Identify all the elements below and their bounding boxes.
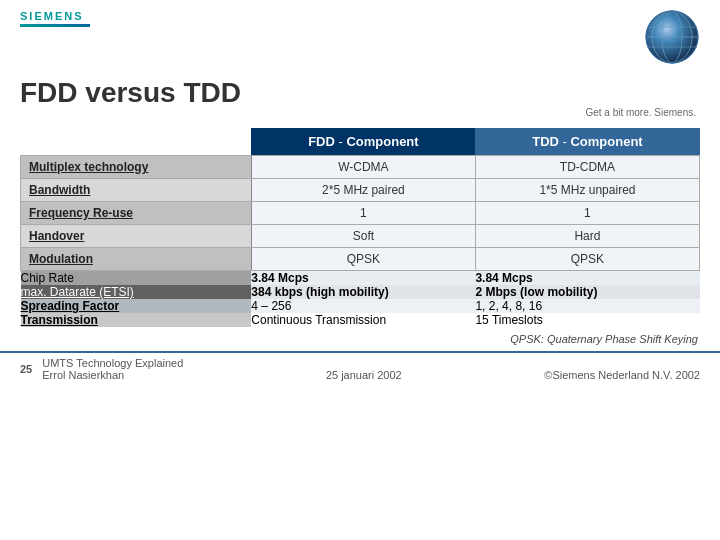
page-footer: 25 UMTS Technology Explained Errol Nasie… [0,351,720,387]
table-row: TransmissionContinuous Transmission15 Ti… [21,313,700,327]
row-label: Multiplex technology [21,156,252,179]
row-tdd-value: 15 Timeslots [475,313,699,327]
table-row: ModulationQPSKQPSK [21,248,700,271]
footer-presenter: Errol Nasierkhan [42,369,183,381]
row-label: Transmission [21,313,252,327]
page-header: SIEMENS [0,0,720,69]
tdd-component: Component [570,134,642,149]
row-fdd-value: 3.84 Mcps [251,271,475,286]
fdd-header: FDD - Component [251,128,475,156]
table-row: max. Datarate (ETSI)384 kbps (high mobil… [21,285,700,299]
row-tdd-value: 2 Mbps (low mobility) [475,285,699,299]
row-fdd-value: 384 kbps (high mobility) [251,285,475,299]
row-fdd-value: Continuous Transmission [251,313,475,327]
tdd-label: TDD [532,134,559,149]
footer-copyright: ©Siemens Nederland N.V. 2002 [544,369,700,381]
table-row: Chip Rate3.84 Mcps3.84 Mcps [21,271,700,286]
footer-titles: UMTS Technology Explained Errol Nasierkh… [42,357,183,381]
row-fdd-value: 1 [251,202,475,225]
row-tdd-value: 1, 2, 4, 8, 16 [475,299,699,313]
footer-date: 25 januari 2002 [326,369,402,381]
row-label: Modulation [21,248,252,271]
siemens-logo: SIEMENS [20,10,90,27]
table-row: HandoverSoftHard [21,225,700,248]
table-header-row: FDD - Component TDD - Component [21,128,700,156]
fdd-dash: - [335,134,347,149]
row-fdd-value: 2*5 MHz paired [251,179,475,202]
page-number: 25 [20,363,32,375]
comparison-table-container: FDD - Component TDD - Component Multiple… [0,122,720,329]
row-label: Spreading Factor [21,299,252,313]
globe-icon [645,10,700,69]
qpsk-note: QPSK: Quaternary Phase Shift Keying [0,329,720,347]
footer-left: 25 UMTS Technology Explained Errol Nasie… [20,357,183,381]
row-tdd-value: 1 [475,202,699,225]
tdd-dash: - [559,134,571,149]
logo-bar [20,24,90,27]
footer-presentation-title: UMTS Technology Explained [42,357,183,369]
row-fdd-value: W-CDMA [251,156,475,179]
row-label: Frequency Re-use [21,202,252,225]
row-tdd-value: QPSK [475,248,699,271]
fdd-label: FDD [308,134,335,149]
row-fdd-value: 4 – 256 [251,299,475,313]
row-tdd-value: 3.84 Mcps [475,271,699,286]
table-row: Bandwidth2*5 MHz paired1*5 MHz unpaired [21,179,700,202]
table-row: Spreading Factor4 – 2561, 2, 4, 8, 16 [21,299,700,313]
row-fdd-value: Soft [251,225,475,248]
row-tdd-value: TD-CDMA [475,156,699,179]
row-label: max. Datarate (ETSI) [21,285,252,299]
row-label: Bandwidth [21,179,252,202]
page-title: FDD versus TDD [20,77,700,109]
table-header-empty [21,128,252,156]
row-label: Handover [21,225,252,248]
table-row: Multiplex technologyW-CDMATD-CDMA [21,156,700,179]
row-tdd-value: 1*5 MHz unpaired [475,179,699,202]
comparison-table: FDD - Component TDD - Component Multiple… [20,128,700,327]
row-tdd-value: Hard [475,225,699,248]
table-row: Frequency Re-use11 [21,202,700,225]
tdd-header: TDD - Component [475,128,699,156]
row-fdd-value: QPSK [251,248,475,271]
logo-text: SIEMENS [20,10,84,22]
title-area: FDD versus TDD Get a bit more. Siemens. [0,69,720,122]
row-label: Chip Rate [21,271,252,286]
fdd-component: Component [346,134,418,149]
